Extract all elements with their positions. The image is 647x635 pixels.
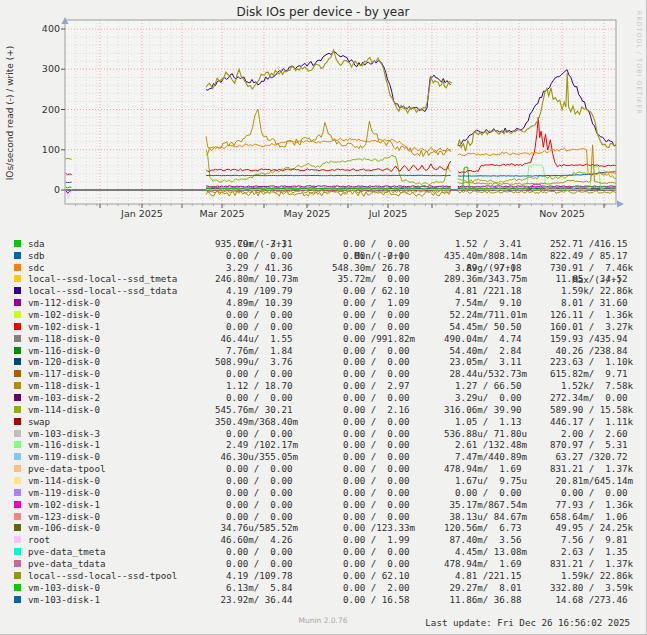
legend-avg: 35.17m/867.54m xyxy=(444,499,527,511)
legend-label: vm-123-disk-0 xyxy=(28,511,100,523)
legend-cur: 0.00 / 0.00 xyxy=(215,511,298,523)
legend-max: 0.00 / 0.00 xyxy=(550,487,633,499)
legend-label: vm-103-disk-3 xyxy=(28,428,100,440)
legend-avg: 54.40m/ 2.84 xyxy=(444,345,527,357)
legend-label: vm-119-disk-0 xyxy=(28,451,100,463)
legend-cur: 0.00 / 0.00 xyxy=(215,558,298,570)
series-local--ssd-local--ssd-tpool-stub xyxy=(66,159,72,160)
legend-min: 0.00 / 0.00 xyxy=(332,392,415,404)
legend-avg: 316.06m/ 39.90 xyxy=(444,404,527,416)
legend-min: 0.00 / 16.58 xyxy=(332,594,415,606)
legend-max: 20.81m/645.14m xyxy=(550,475,633,487)
legend-row: sdc 3.29 / 41.36 548.30m/ 26.78 3.89 / 9… xyxy=(0,262,647,274)
legend-label: vm-102-disk-0 xyxy=(28,309,100,321)
legend-swatch xyxy=(14,418,21,425)
legend-row: root 46.60m/ 4.26 0.00 / 1.99 87.40m/ 3.… xyxy=(0,534,647,546)
legend-swatch xyxy=(14,560,21,567)
legend-cur: 246.80m/ 10.73m xyxy=(215,273,298,285)
legend-label: vm-114-disk-0 xyxy=(28,404,100,416)
legend-min: 0.00 / 2.00 xyxy=(332,582,415,594)
legend-row: vm-116-disk-0 7.76m/ 1.84 0.00 / 0.00 54… xyxy=(0,345,647,357)
legend-label: vm-116-disk-0 xyxy=(28,345,100,357)
legend-label: vm-103-disk-0 xyxy=(28,582,100,594)
legend-label: root xyxy=(28,534,50,546)
legend-label: vm-102-disk-1 xyxy=(28,499,100,511)
legend-swatch xyxy=(14,572,21,579)
legend-cur: 46.44u/ 1.55 xyxy=(215,333,298,345)
legend-row: vm-117-disk-0 0.00 / 0.00 0.00 / 0.00 28… xyxy=(0,368,647,380)
legend-avg: 52.24m/711.01m xyxy=(444,309,527,321)
legend-max: 1.59k/ 22.86k xyxy=(550,285,633,297)
legend-label: local--ssd-local--ssd_tdata xyxy=(28,285,177,297)
legend-avg: 2.61 /132.48m xyxy=(444,439,527,451)
legend-cur: 0.00 / 0.00 xyxy=(215,546,298,558)
legend-swatch xyxy=(14,501,21,508)
legend-row: vm-114-disk-0 0.00 / 0.00 0.00 / 0.00 1.… xyxy=(0,475,647,487)
legend-swatch xyxy=(14,548,21,555)
legend-avg: 11.86m/ 36.88 xyxy=(444,594,527,606)
legend-row: vm-114-disk-0545.76m/ 30.21 0.00 / 2.16 … xyxy=(0,404,647,416)
legend-min: 0.00 / 0.00 xyxy=(332,309,415,321)
legend-min: 0.00 / 0.00 xyxy=(332,321,415,333)
legend-label: pve-data_tdata xyxy=(28,558,105,570)
legend-avg: 1.67u/ 9.75u xyxy=(444,475,527,487)
legend-swatch xyxy=(14,524,21,531)
legend-cur: 4.19 /109.79 xyxy=(215,285,298,297)
legend-avg: 1.27 / 66.50 xyxy=(444,380,527,392)
legend-row: vm-103-disk-2 0.00 / 0.00 0.00 / 0.00 3.… xyxy=(0,392,647,404)
legend-label: vm-112-disk-0 xyxy=(28,297,100,309)
legend-swatch xyxy=(14,406,21,413)
legend-min: 0.00 / 2.16 xyxy=(332,404,415,416)
legend-max: 77.93 / 1.36k xyxy=(550,499,633,511)
legend-max: 446.17 / 1.11k xyxy=(550,416,633,428)
legend-swatch xyxy=(14,513,21,520)
legend-row: vm-106-disk-0 34.76u/585.52m 0.00 /123.3… xyxy=(0,522,647,534)
legend: Cur (-/+) Min (-/+) Avg (-/+) Max (-/+) … xyxy=(0,226,647,617)
legend-cur: 508.99u/ 3.76 xyxy=(215,356,298,368)
legend-swatch xyxy=(14,275,21,282)
legend-cur: 545.76m/ 30.21 xyxy=(215,404,298,416)
legend-min: 0.00 / 0.00 xyxy=(332,345,415,357)
legend-max: 1.52k/ 7.58k xyxy=(550,380,633,392)
legend-cur: 0.00 / 0.00 xyxy=(215,250,298,262)
svg-text:0: 0 xyxy=(54,184,60,195)
legend-min: 0.00 / 0.00 xyxy=(332,463,415,475)
legend-row: vm-118-disk-0 46.44u/ 1.55 0.00 /991.82m… xyxy=(0,333,647,345)
legend-cur: 0.00 / 0.00 xyxy=(215,321,298,333)
legend-min: 0.00 / 0.00 xyxy=(332,546,415,558)
legend-swatch xyxy=(14,240,21,247)
legend-min: 548.30m/ 26.78 xyxy=(332,262,415,274)
legend-row: vm-103-disk-3 0.00 / 0.00 0.00 / 0.00 53… xyxy=(0,428,647,440)
legend-min: 0.00 / 0.00 xyxy=(332,428,415,440)
legend-min: 0.00 / 62.10 xyxy=(332,285,415,297)
legend-label: pve-data_tmeta xyxy=(28,546,105,558)
legend-min: 0.00 / 2.97 xyxy=(332,380,415,392)
legend-max: 272.34m/ 0.00 xyxy=(550,392,633,404)
legend-label: vm-103-disk-1 xyxy=(28,594,100,606)
legend-max: 615.82m/ 9.71 xyxy=(550,368,633,380)
legend-swatch xyxy=(14,596,21,603)
legend-max: 2.00 / 2.60 xyxy=(550,428,633,440)
legend-row: vm-120-disk-0508.99u/ 3.76 0.00 / 0.00 2… xyxy=(0,356,647,368)
legend-row: vm-116-disk-1 2.49 /102.17m 0.00 / 0.00 … xyxy=(0,439,647,451)
chart-svg: 0100200300400Jan 2025Mar 2025May 2025Jul… xyxy=(0,0,647,222)
legend-swatch xyxy=(14,382,21,389)
legend-label: pve-data-tpool xyxy=(28,463,105,475)
legend-row: vm-102-disk-1 0.00 / 0.00 0.00 / 0.00 54… xyxy=(0,321,647,333)
svg-text:300: 300 xyxy=(42,63,60,74)
legend-row: pve-data_tmeta 0.00 / 0.00 0.00 / 0.00 4… xyxy=(0,546,647,558)
legend-max: 8.01 / 31.60 xyxy=(550,297,633,309)
legend-label: vm-120-disk-0 xyxy=(28,356,100,368)
legend-swatch xyxy=(14,430,21,437)
legend-min: 0.00 / 0.00 xyxy=(332,451,415,463)
legend-label: vm-114-disk-0 xyxy=(28,475,100,487)
legend-avg: 4.81 /221.18 xyxy=(444,285,527,297)
legend-max: 126.11 / 1.36k xyxy=(550,309,633,321)
svg-text:Mar 2025: Mar 2025 xyxy=(199,208,244,219)
svg-text:Jan 2025: Jan 2025 xyxy=(120,208,163,219)
legend-cur: 46.30u/355.05m xyxy=(215,451,298,463)
legend-min: 0.00 / 0.00 xyxy=(332,416,415,428)
legend-cur: 0.00 / 0.00 xyxy=(215,368,298,380)
legend-cur: 34.76u/585.52m xyxy=(215,522,298,534)
legend-min: 0.00 / 0.00 xyxy=(332,356,415,368)
